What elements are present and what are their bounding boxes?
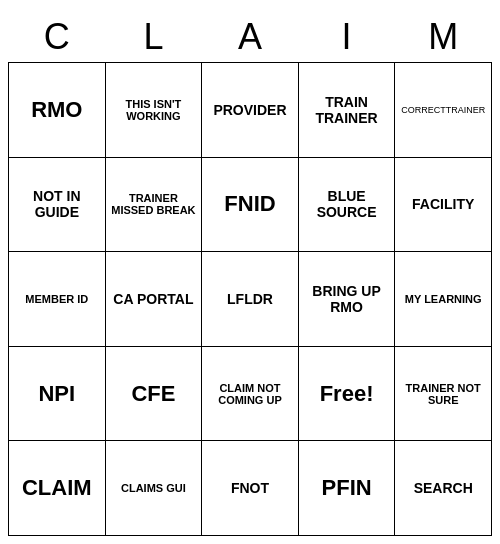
bingo-cell-r1-c2: FNID xyxy=(202,157,299,252)
bingo-cell-r2-c2: LFLDR xyxy=(202,252,299,347)
bingo-cell-r4-c0: CLAIM xyxy=(9,441,106,536)
bingo-cell-r3-c1: CFE xyxy=(105,346,202,441)
bingo-cell-r2-c3: BRING UP RMO xyxy=(298,252,395,347)
title-letter-a: A xyxy=(202,12,299,63)
bingo-cell-r2-c0: MEMBER ID xyxy=(9,252,106,347)
bingo-cell-r1-c3: BLUE SOURCE xyxy=(298,157,395,252)
bingo-cell-r1-c0: NOT IN GUIDE xyxy=(9,157,106,252)
bingo-cell-r4-c3: PFIN xyxy=(298,441,395,536)
bingo-cell-r1-c4: FACILITY xyxy=(395,157,492,252)
bingo-cell-r2-c4: MY LEARNING xyxy=(395,252,492,347)
bingo-cell-r4-c2: FNOT xyxy=(202,441,299,536)
bingo-grid: CLAIM RMOTHIS ISN'T WORKINGPROVIDERTRAIN… xyxy=(8,12,492,536)
bingo-cell-r0-c1: THIS ISN'T WORKING xyxy=(105,63,202,158)
bingo-cell-r1-c1: TRAINER MISSED BREAK xyxy=(105,157,202,252)
bingo-cell-r3-c2: CLAIM NOT COMING UP xyxy=(202,346,299,441)
bingo-cell-r3-c3: Free! xyxy=(298,346,395,441)
bingo-cell-r0-c0: RMO xyxy=(9,63,106,158)
title-letter-l: L xyxy=(105,12,202,63)
bingo-cell-r0-c2: PROVIDER xyxy=(202,63,299,158)
bingo-cell-r4-c4: SEARCH xyxy=(395,441,492,536)
bingo-cell-r3-c0: NPI xyxy=(9,346,106,441)
bingo-cell-r4-c1: CLAIMS GUI xyxy=(105,441,202,536)
bingo-cell-r2-c1: CA PORTAL xyxy=(105,252,202,347)
title-letter-c: C xyxy=(9,12,106,63)
bingo-cell-r3-c4: TRAINER NOT SURE xyxy=(395,346,492,441)
title-letter-i: I xyxy=(298,12,395,63)
bingo-cell-r0-c3: TRAIN TRAINER xyxy=(298,63,395,158)
title-letter-m: M xyxy=(395,12,492,63)
bingo-cell-r0-c4: CORRECTTRAINER xyxy=(395,63,492,158)
